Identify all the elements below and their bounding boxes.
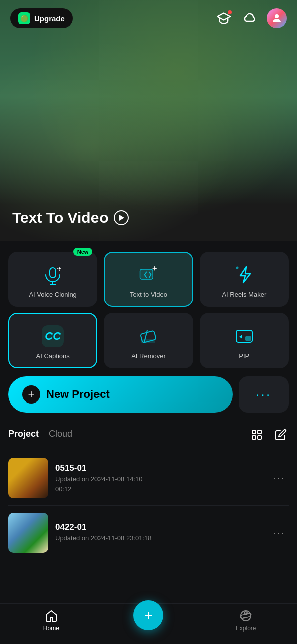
svg-point-0 [275,14,279,18]
reels-icon [233,264,255,286]
notification-dot [228,10,232,14]
hero-title-area: Text To Video [12,209,129,226]
tab-cloud[interactable]: Cloud [49,429,72,441]
nav-home-label: Home [43,625,59,632]
project-tabs: Project Cloud [8,427,289,443]
add-icon: + [144,607,152,623]
upgrade-label: Upgrade [34,14,65,23]
remover-icon [137,325,159,347]
grid-svg [251,429,263,441]
tool-ai-captions[interactable]: CC AI Captions [8,313,97,368]
upgrade-icon: 🟢 [18,12,30,24]
svg-rect-19 [252,436,256,439]
new-badge: New [73,248,93,256]
project-name: 0515-01 [55,463,262,473]
project-item[interactable]: 0422-01 Updated on 2024-11-08 23:01:18 ·… [8,506,289,560]
hero-background [0,0,297,242]
edit-icon[interactable] [273,427,289,443]
svg-point-11 [236,266,238,269]
tool-ai-reels-maker[interactable]: AI Reels Maker [200,252,289,307]
cloud-icon[interactable] [241,9,259,27]
main-content: New AI Voice Cloning [0,242,297,621]
svg-rect-16 [245,336,251,341]
topbar-right [215,8,287,28]
svg-rect-1 [50,268,56,278]
grid-view-icon[interactable] [249,427,265,443]
hero-title-text: Text To Video [12,209,109,226]
bottom-nav: Home + Explore [0,603,297,644]
reels-svg [233,264,255,286]
tool-ai-remover[interactable]: AI Remover [104,313,193,368]
project-list: 0515-01 Updated on 2024-11-08 14:10 00:1… [8,451,289,560]
project-info: 0422-01 Updated on 2024-11-08 23:01:18 [55,522,262,544]
new-project-label: New Project [46,388,110,401]
tool-remover-label: AI Remover [131,352,166,360]
svg-rect-20 [258,436,261,439]
tool-text-video-label: Text to Video [130,291,167,298]
tool-pip-label: PIP [239,352,249,360]
tab-actions [249,427,289,443]
svg-rect-17 [252,430,256,434]
remover-svg [137,325,159,347]
project-duration: 00:12 [55,485,262,493]
home-svg [45,609,58,622]
svg-point-4 [59,268,60,269]
hero-play-button[interactable] [114,210,129,225]
nav-explore[interactable]: Explore [226,609,266,632]
text-video-icon [137,264,159,286]
svg-rect-18 [258,430,261,434]
hero-banner: 🟢 Upgrade [0,0,297,242]
topbar: 🟢 Upgrade [0,0,297,36]
voice-svg [42,264,64,286]
voice-icon [42,264,64,286]
tool-ai-voice-cloning[interactable]: New AI Voice Cloning [8,252,97,307]
project-menu-button[interactable]: ··· [269,468,289,488]
avatar[interactable] [267,8,287,28]
captions-icon: CC [42,325,64,347]
tool-text-to-video[interactable]: Text to Video [104,252,193,307]
project-date: Updated on 2024-11-08 23:01:18 [55,534,262,542]
more-button[interactable]: ··· [239,376,289,413]
nav-explore-label: Explore [236,625,256,632]
tool-reels-label: AI Reels Maker [222,291,266,298]
home-icon [44,609,58,623]
tab-project[interactable]: Project [8,429,39,441]
pip-svg [233,325,255,347]
upgrade-button[interactable]: 🟢 Upgrade [10,8,73,28]
project-item[interactable]: 0515-01 Updated on 2024-11-08 14:10 00:1… [8,451,289,506]
tool-voice-label: AI Voice Cloning [29,291,76,298]
project-info: 0515-01 Updated on 2024-11-08 14:10 00:1… [55,463,262,493]
new-project-icon: + [22,385,40,404]
nav-home[interactable]: Home [31,609,71,632]
more-dots: ··· [256,387,272,401]
cloud-svg [243,11,257,25]
project-menu-button[interactable]: ··· [269,523,289,543]
svg-rect-14 [141,339,155,343]
project-date: Updated on 2024-11-08 14:10 [55,475,262,483]
tools-grid: New AI Voice Cloning [8,242,289,376]
project-name: 0422-01 [55,522,262,532]
explore-svg [239,609,252,622]
edit-svg [275,429,287,441]
tool-pip[interactable]: PIP [200,313,289,368]
new-project-button[interactable]: + New Project [8,376,233,413]
avatar-icon [271,12,283,24]
text-video-svg [137,264,159,286]
project-thumbnail [8,458,48,498]
tool-captions-label: AI Captions [36,352,70,360]
explore-icon [239,609,253,623]
action-row: + New Project ··· [8,376,289,413]
pip-icon [233,325,255,347]
project-thumbnail [8,513,48,553]
graduation-icon[interactable] [215,9,233,27]
nav-add-button[interactable]: + [133,600,163,630]
